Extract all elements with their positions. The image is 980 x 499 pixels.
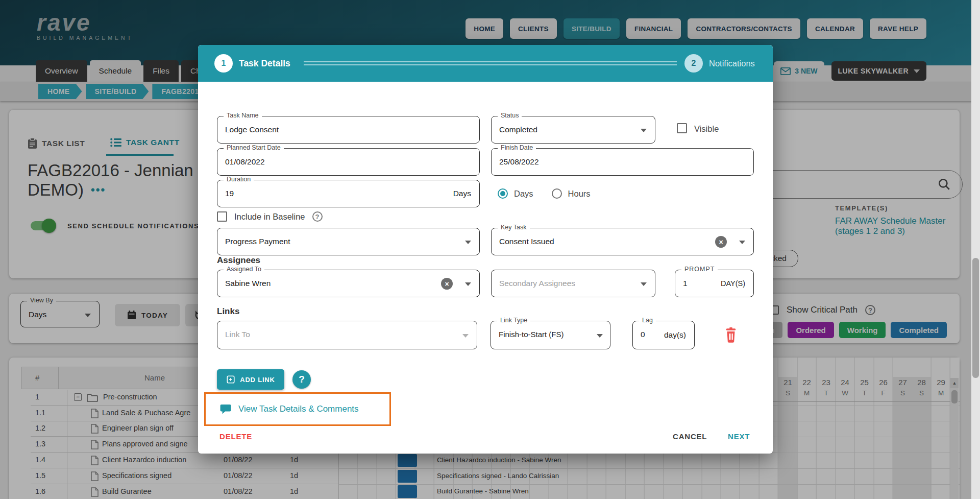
link-type-select[interactable]: Link Type Finish-to-Start (FS)	[491, 321, 610, 349]
chevron-down-icon	[465, 241, 471, 244]
assigned-to-select[interactable]: Assigned To Sabine Wren ×	[217, 270, 480, 297]
chevron-down-icon	[641, 282, 647, 286]
category-select[interactable]: Progress Payment	[217, 228, 480, 255]
view-task-details-comments-link[interactable]: View Task Details & Comments	[204, 392, 391, 426]
days-radio[interactable]	[498, 188, 508, 199]
include-in-baseline-label: Include in Baseline	[234, 212, 305, 222]
key-task-value: Consent Issued	[499, 228, 554, 255]
task-details-modal: 1 Task Details 2 Notifications Task Name…	[198, 45, 773, 454]
days-radio-label: Days	[514, 189, 533, 199]
clear-icon[interactable]: ×	[715, 236, 727, 248]
step-1-label: Task Details	[239, 58, 290, 69]
lag-field[interactable]: Lag 0 day(s)	[632, 321, 695, 349]
status-select[interactable]: Status Completed	[491, 116, 655, 144]
chevron-down-icon	[641, 129, 647, 132]
visible-label: Visible	[694, 124, 719, 134]
add-link-label: ADD LINK	[240, 376, 275, 384]
chevron-down-icon	[597, 334, 603, 338]
prompt-field[interactable]: PROMPT 1 DAY(S)	[675, 270, 754, 297]
hours-radio[interactable]	[552, 188, 562, 199]
links-heading: Links	[217, 306, 239, 317]
task-name-value: Lodge Consent	[225, 116, 279, 143]
links-help-icon[interactable]: ?	[292, 370, 311, 389]
page-scrollbar[interactable]	[971, 0, 980, 499]
planned-start-date-value: 01/08/2022	[225, 149, 265, 175]
step-2-label: Notifications	[709, 59, 755, 68]
duration-field[interactable]: Duration 19 Days	[217, 180, 480, 207]
task-name-field[interactable]: Task Name Lodge Consent	[217, 116, 480, 144]
baseline-row: Include in Baseline ?	[217, 211, 323, 222]
page-scrollbar-thumb[interactable]	[972, 258, 979, 378]
rave-build-management-app: rave BUILD MANAGEMENT HOME CLIENTS SITE/…	[0, 0, 980, 499]
category-value: Progress Payment	[225, 228, 290, 255]
link-to-placeholder: Link To	[225, 321, 250, 348]
chevron-down-icon	[739, 241, 745, 244]
step-1-badge: 1	[214, 54, 233, 73]
modal-header: 1 Task Details 2 Notifications	[198, 45, 773, 82]
view-task-details-comments-label: View Task Details & Comments	[238, 404, 359, 414]
delete-button[interactable]: DELETE	[219, 432, 252, 441]
planned-start-date-field[interactable]: Planned Start Date 01/08/2022	[217, 148, 480, 176]
prompt-suffix: DAY(S)	[721, 270, 745, 297]
baseline-help-icon[interactable]: ?	[312, 211, 323, 222]
step-connector	[304, 61, 677, 65]
duration-value: 19	[225, 180, 234, 207]
add-link-button[interactable]: ADD LINK	[217, 369, 284, 390]
status-value: Completed	[499, 116, 537, 143]
assigned-to-value: Sabine Wren	[225, 270, 271, 297]
cancel-button[interactable]: CANCEL	[673, 432, 707, 441]
days-radio-row: Days Hours	[498, 188, 591, 199]
duration-suffix: Days	[453, 180, 471, 207]
assignees-heading: Assignees	[217, 255, 260, 266]
secondary-assignees-placeholder: Secondary Assignees	[499, 270, 575, 297]
chevron-down-icon	[462, 334, 469, 338]
include-in-baseline-checkbox[interactable]	[217, 211, 227, 222]
finish-date-field[interactable]: Finish Date 25/08/2022	[491, 148, 754, 176]
visible-checkbox[interactable]	[677, 123, 687, 133]
delete-link-trash-icon[interactable]	[724, 327, 738, 343]
link-type-value: Finish-to-Start (FS)	[499, 321, 564, 348]
link-to-select[interactable]: Link To	[217, 321, 477, 349]
comment-bubble-icon	[220, 404, 231, 414]
next-button[interactable]: NEXT	[728, 432, 750, 441]
plus-square-icon	[226, 375, 235, 384]
finish-date-value: 25/08/2022	[499, 149, 539, 175]
secondary-assignees-select[interactable]: Secondary Assignees	[491, 270, 655, 297]
prompt-value: 1	[683, 270, 688, 297]
hours-radio-label: Hours	[568, 189, 591, 199]
lag-suffix: day(s)	[664, 321, 686, 349]
clear-icon[interactable]: ×	[441, 278, 453, 290]
lag-value: 0	[641, 321, 645, 348]
key-task-select[interactable]: Key Task Consent Issued ×	[491, 228, 754, 255]
step-2-badge: 2	[684, 54, 703, 73]
chevron-down-icon	[465, 282, 471, 286]
